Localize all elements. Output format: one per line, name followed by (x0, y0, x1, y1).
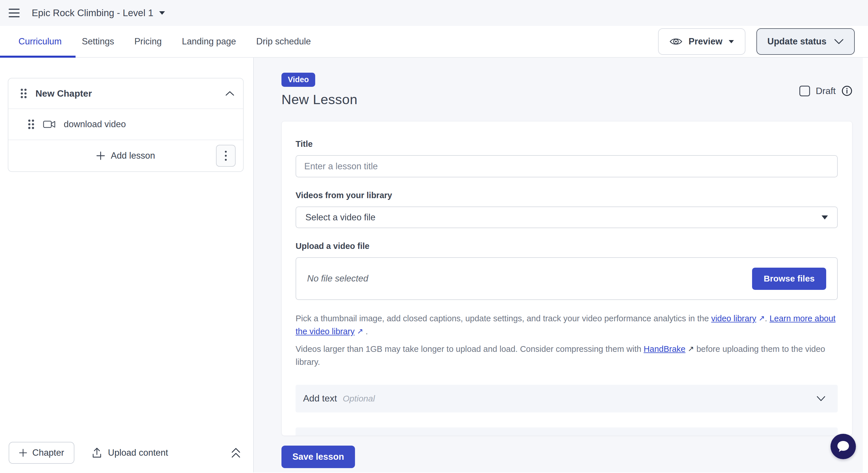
tab-drip-schedule[interactable]: Drip schedule (256, 36, 311, 47)
external-link-icon: ↗ (759, 312, 765, 324)
tab-bar: Curriculum Settings Pricing Landing page… (0, 26, 868, 58)
caret-down-icon (159, 11, 165, 15)
optional-hint: Optional (343, 394, 375, 404)
lesson-type-badge: Video (281, 73, 315, 87)
help-text-part: Pick a thumbnail image, add closed capti… (296, 314, 711, 323)
video-library-link[interactable]: video library (711, 314, 756, 323)
add-lesson-label: Add lesson (111, 151, 155, 161)
add-downloads-accordion[interactable]: Add downloads Optional (296, 428, 838, 436)
help-text-part: . (765, 314, 769, 323)
info-icon[interactable] (841, 85, 852, 96)
add-chapter-button[interactable]: Chapter (9, 442, 74, 464)
help-text-part: Videos larger than 1GB may take longer t… (296, 344, 644, 354)
scrollbar-track[interactable] (863, 58, 868, 472)
lesson-editor: Video New Lesson Draft Title Videos from… (254, 58, 868, 472)
chevron-up-icon (225, 91, 235, 96)
preview-label: Preview (689, 36, 722, 47)
course-title: Epic Rock Climbing - Level 1 (32, 7, 153, 19)
collapse-chapter-button[interactable] (225, 91, 235, 96)
sidebar-footer: Chapter Upload content (0, 437, 253, 472)
drag-handle-icon[interactable] (27, 119, 35, 130)
header-actions: Preview Update status (658, 28, 868, 55)
kebab-menu-icon (225, 151, 227, 161)
video-library-help-text: Pick a thumbnail image, add closed capti… (296, 312, 838, 338)
tab-settings[interactable]: Settings (82, 36, 114, 47)
upload-content-label: Upload content (108, 448, 168, 458)
lesson-page-title: New Lesson (281, 91, 358, 107)
external-link-icon: ↗ (688, 343, 694, 354)
chat-bubble-icon (836, 440, 850, 453)
title-field-label: Title (296, 139, 838, 149)
chevron-down-icon (816, 396, 826, 402)
add-chapter-label: Chapter (32, 448, 64, 458)
file-upload-box: No file selected Browse files (296, 257, 838, 300)
video-library-select[interactable]: Select a video file (296, 207, 838, 228)
upload-icon (92, 447, 102, 458)
lesson-heading-block: Video New Lesson (281, 73, 358, 107)
chat-widget-button[interactable] (831, 434, 856, 459)
draft-toggle: Draft (799, 85, 852, 96)
plus-icon (96, 151, 105, 160)
lesson-title-input[interactable] (296, 155, 838, 177)
plus-icon (19, 449, 27, 457)
handbrake-help-text: Videos larger than 1GB may take longer t… (296, 343, 838, 369)
upload-field-group: Upload a video file No file selected Bro… (296, 242, 838, 300)
browse-files-button[interactable]: Browse files (752, 267, 826, 290)
lesson-header: Video New Lesson Draft (281, 73, 852, 107)
video-library-select-value: Select a video file (305, 212, 375, 223)
caret-down-icon (729, 40, 734, 43)
lesson-title: download video (64, 119, 126, 129)
double-chevron-up-icon (231, 447, 241, 459)
draft-label: Draft (816, 86, 836, 96)
hamburger-menu-icon[interactable] (9, 9, 20, 17)
draft-checkbox[interactable] (799, 86, 810, 96)
course-switcher[interactable]: Epic Rock Climbing - Level 1 (32, 7, 165, 19)
add-lesson-button[interactable]: Add lesson (96, 151, 155, 161)
tab-landing-page[interactable]: Landing page (182, 36, 236, 47)
video-camera-icon (43, 120, 56, 129)
preview-button[interactable]: Preview (658, 28, 745, 55)
lesson-form-card: Title Videos from your library Select a … (281, 121, 852, 436)
tab-curriculum[interactable]: Curriculum (19, 36, 62, 47)
chevron-down-icon (834, 39, 844, 44)
upload-field-label: Upload a video file (296, 242, 838, 251)
collapse-all-button[interactable] (231, 447, 241, 459)
lesson-item-download-video[interactable]: download video (8, 109, 243, 140)
help-text-part: . (363, 327, 368, 336)
eye-icon (670, 37, 682, 46)
top-bar: Epic Rock Climbing - Level 1 (0, 0, 868, 26)
chapter-options-button[interactable] (216, 145, 236, 167)
library-field-group: Videos from your library Select a video … (296, 191, 838, 228)
library-field-label: Videos from your library (296, 191, 838, 200)
save-lesson-button[interactable]: Save lesson (281, 446, 355, 468)
tab-active-indicator (0, 56, 75, 58)
caret-down-icon (822, 216, 828, 219)
curriculum-sidebar: New Chapter download video (0, 58, 254, 472)
handbrake-link[interactable]: HandBrake (644, 344, 685, 354)
add-text-label: Add text (303, 393, 337, 404)
drag-handle-icon[interactable] (20, 88, 27, 99)
no-file-text: No file selected (307, 274, 368, 284)
content-area: New Chapter download video (0, 58, 868, 472)
add-lesson-row: Add lesson (8, 140, 243, 171)
title-field-group: Title (296, 139, 838, 177)
chapter-card: New Chapter download video (8, 78, 244, 172)
upload-content-button[interactable]: Upload content (92, 447, 168, 458)
update-status-label: Update status (767, 36, 827, 47)
update-status-button[interactable]: Update status (756, 28, 855, 55)
tab-pricing[interactable]: Pricing (134, 36, 162, 47)
add-text-accordion[interactable]: Add text Optional (296, 385, 838, 412)
chapter-header[interactable]: New Chapter (8, 78, 243, 109)
chapter-title: New Chapter (35, 88, 92, 99)
external-link-icon: ↗ (357, 325, 363, 337)
